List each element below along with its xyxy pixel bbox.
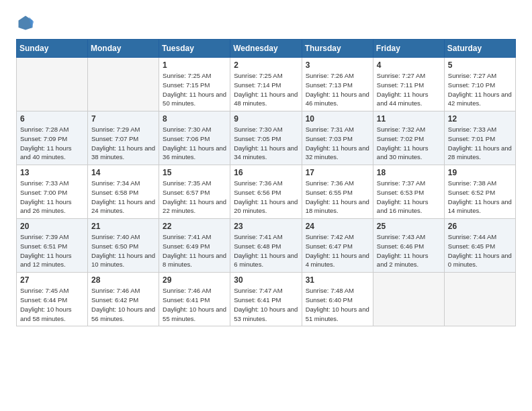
day-info: Sunrise: 7:40 AM Sunset: 6:50 PM Dayligh… — [91, 232, 155, 269]
day-number: 14 — [91, 168, 155, 177]
day-info: Sunrise: 7:41 AM Sunset: 6:49 PM Dayligh… — [163, 232, 226, 269]
calendar-cell: 23Sunrise: 7:41 AM Sunset: 6:48 PM Dayli… — [230, 219, 302, 273]
day-number: 7 — [91, 114, 155, 124]
day-number: 21 — [91, 222, 155, 231]
day-info: Sunrise: 7:30 AM Sunset: 7:05 PM Dayligh… — [234, 125, 298, 162]
calendar-cell: 30Sunrise: 7:47 AM Sunset: 6:41 PM Dayli… — [230, 273, 302, 326]
day-info: Sunrise: 7:46 AM Sunset: 6:42 PM Dayligh… — [91, 286, 155, 323]
day-number: 6 — [20, 114, 84, 124]
day-info: Sunrise: 7:33 AM Sunset: 7:00 PM Dayligh… — [20, 179, 84, 216]
day-number: 4 — [377, 60, 441, 70]
calendar-week-row: 20Sunrise: 7:39 AM Sunset: 6:51 PM Dayli… — [17, 219, 516, 273]
calendar-table: SundayMondayTuesdayWednesdayThursdayFrid… — [16, 39, 516, 326]
day-number: 26 — [448, 222, 512, 231]
day-number: 31 — [306, 275, 369, 285]
calendar-week-row: 13Sunrise: 7:33 AM Sunset: 7:00 PM Dayli… — [17, 165, 516, 219]
day-number: 13 — [20, 168, 84, 177]
day-info: Sunrise: 7:35 AM Sunset: 6:57 PM Dayligh… — [163, 179, 226, 216]
calendar-cell: 21Sunrise: 7:40 AM Sunset: 6:50 PM Dayli… — [88, 219, 159, 273]
day-number: 3 — [306, 60, 369, 70]
calendar-cell: 24Sunrise: 7:42 AM Sunset: 6:47 PM Dayli… — [302, 219, 373, 273]
day-info: Sunrise: 7:28 AM Sunset: 7:09 PM Dayligh… — [20, 125, 84, 162]
column-header-friday: Friday — [373, 40, 444, 58]
calendar-cell: 9Sunrise: 7:30 AM Sunset: 7:05 PM Daylig… — [230, 111, 302, 165]
day-info: Sunrise: 7:34 AM Sunset: 6:58 PM Dayligh… — [91, 179, 155, 216]
calendar-week-row: 27Sunrise: 7:45 AM Sunset: 6:44 PM Dayli… — [17, 273, 516, 326]
day-number: 2 — [234, 60, 298, 70]
calendar-cell: 25Sunrise: 7:43 AM Sunset: 6:46 PM Dayli… — [373, 219, 444, 273]
day-number: 11 — [377, 114, 441, 124]
day-number: 27 — [20, 275, 84, 285]
day-info: Sunrise: 7:33 AM Sunset: 7:01 PM Dayligh… — [448, 125, 512, 162]
calendar-cell: 19Sunrise: 7:38 AM Sunset: 6:52 PM Dayli… — [444, 165, 515, 219]
calendar-cell: 6Sunrise: 7:28 AM Sunset: 7:09 PM Daylig… — [17, 111, 88, 165]
calendar-cell: 22Sunrise: 7:41 AM Sunset: 6:49 PM Dayli… — [159, 219, 230, 273]
day-number: 24 — [306, 222, 369, 231]
day-number: 28 — [91, 275, 155, 285]
calendar-cell: 26Sunrise: 7:44 AM Sunset: 6:45 PM Dayli… — [444, 219, 515, 273]
day-info: Sunrise: 7:30 AM Sunset: 7:06 PM Dayligh… — [163, 125, 226, 162]
day-number: 1 — [163, 60, 226, 70]
column-header-thursday: Thursday — [302, 40, 373, 58]
day-number: 23 — [234, 222, 298, 231]
calendar-week-row: 6Sunrise: 7:28 AM Sunset: 7:09 PM Daylig… — [17, 111, 516, 165]
column-header-tuesday: Tuesday — [159, 40, 230, 58]
calendar-cell: 7Sunrise: 7:29 AM Sunset: 7:07 PM Daylig… — [88, 111, 159, 165]
day-number: 25 — [377, 222, 441, 231]
page-header — [16, 13, 516, 32]
calendar-cell: 2Sunrise: 7:25 AM Sunset: 7:14 PM Daylig… — [230, 58, 302, 111]
day-number: 5 — [448, 60, 512, 70]
calendar-cell — [88, 58, 159, 111]
day-number: 22 — [163, 222, 226, 231]
calendar-cell: 13Sunrise: 7:33 AM Sunset: 7:00 PM Dayli… — [17, 165, 88, 219]
calendar-cell: 20Sunrise: 7:39 AM Sunset: 6:51 PM Dayli… — [17, 219, 88, 273]
calendar-cell: 17Sunrise: 7:36 AM Sunset: 6:55 PM Dayli… — [302, 165, 373, 219]
day-number: 12 — [448, 114, 512, 124]
day-info: Sunrise: 7:27 AM Sunset: 7:10 PM Dayligh… — [448, 71, 512, 108]
calendar-cell: 3Sunrise: 7:26 AM Sunset: 7:13 PM Daylig… — [302, 58, 373, 111]
day-number: 29 — [163, 275, 226, 285]
calendar-cell — [17, 58, 88, 111]
calendar-cell: 15Sunrise: 7:35 AM Sunset: 6:57 PM Dayli… — [159, 165, 230, 219]
day-number: 8 — [163, 114, 226, 124]
day-info: Sunrise: 7:47 AM Sunset: 6:41 PM Dayligh… — [234, 286, 298, 323]
day-info: Sunrise: 7:37 AM Sunset: 6:53 PM Dayligh… — [377, 179, 441, 216]
logo — [16, 13, 38, 32]
logo-icon — [16, 13, 35, 32]
day-number: 17 — [306, 168, 369, 177]
day-info: Sunrise: 7:45 AM Sunset: 6:44 PM Dayligh… — [20, 286, 84, 323]
day-info: Sunrise: 7:36 AM Sunset: 6:55 PM Dayligh… — [306, 179, 369, 216]
day-info: Sunrise: 7:46 AM Sunset: 6:41 PM Dayligh… — [163, 286, 226, 323]
day-info: Sunrise: 7:36 AM Sunset: 6:56 PM Dayligh… — [234, 179, 298, 216]
day-info: Sunrise: 7:39 AM Sunset: 6:51 PM Dayligh… — [20, 232, 84, 269]
calendar-cell: 12Sunrise: 7:33 AM Sunset: 7:01 PM Dayli… — [444, 111, 515, 165]
calendar-cell: 27Sunrise: 7:45 AM Sunset: 6:44 PM Dayli… — [17, 273, 88, 326]
calendar-cell — [444, 273, 515, 326]
calendar-header-row: SundayMondayTuesdayWednesdayThursdayFrid… — [17, 40, 516, 58]
calendar-cell: 18Sunrise: 7:37 AM Sunset: 6:53 PM Dayli… — [373, 165, 444, 219]
day-info: Sunrise: 7:48 AM Sunset: 6:40 PM Dayligh… — [306, 286, 369, 323]
calendar-cell: 14Sunrise: 7:34 AM Sunset: 6:58 PM Dayli… — [88, 165, 159, 219]
column-header-wednesday: Wednesday — [230, 40, 302, 58]
day-info: Sunrise: 7:38 AM Sunset: 6:52 PM Dayligh… — [448, 179, 512, 216]
day-info: Sunrise: 7:25 AM Sunset: 7:14 PM Dayligh… — [234, 71, 298, 108]
day-number: 9 — [234, 114, 298, 124]
calendar-cell — [373, 273, 444, 326]
calendar-cell: 10Sunrise: 7:31 AM Sunset: 7:03 PM Dayli… — [302, 111, 373, 165]
day-info: Sunrise: 7:26 AM Sunset: 7:13 PM Dayligh… — [306, 71, 369, 108]
day-number: 15 — [163, 168, 226, 177]
day-number: 10 — [306, 114, 369, 124]
day-number: 30 — [234, 275, 298, 285]
day-info: Sunrise: 7:27 AM Sunset: 7:11 PM Dayligh… — [377, 71, 441, 108]
calendar-cell: 28Sunrise: 7:46 AM Sunset: 6:42 PM Dayli… — [88, 273, 159, 326]
calendar-cell: 29Sunrise: 7:46 AM Sunset: 6:41 PM Dayli… — [159, 273, 230, 326]
day-info: Sunrise: 7:44 AM Sunset: 6:45 PM Dayligh… — [448, 232, 512, 269]
day-info: Sunrise: 7:41 AM Sunset: 6:48 PM Dayligh… — [234, 232, 298, 269]
day-number: 16 — [234, 168, 298, 177]
calendar-cell: 16Sunrise: 7:36 AM Sunset: 6:56 PM Dayli… — [230, 165, 302, 219]
column-header-saturday: Saturday — [444, 40, 515, 58]
day-info: Sunrise: 7:29 AM Sunset: 7:07 PM Dayligh… — [91, 125, 155, 162]
calendar-cell: 5Sunrise: 7:27 AM Sunset: 7:10 PM Daylig… — [444, 58, 515, 111]
column-header-monday: Monday — [88, 40, 159, 58]
calendar-cell: 8Sunrise: 7:30 AM Sunset: 7:06 PM Daylig… — [159, 111, 230, 165]
